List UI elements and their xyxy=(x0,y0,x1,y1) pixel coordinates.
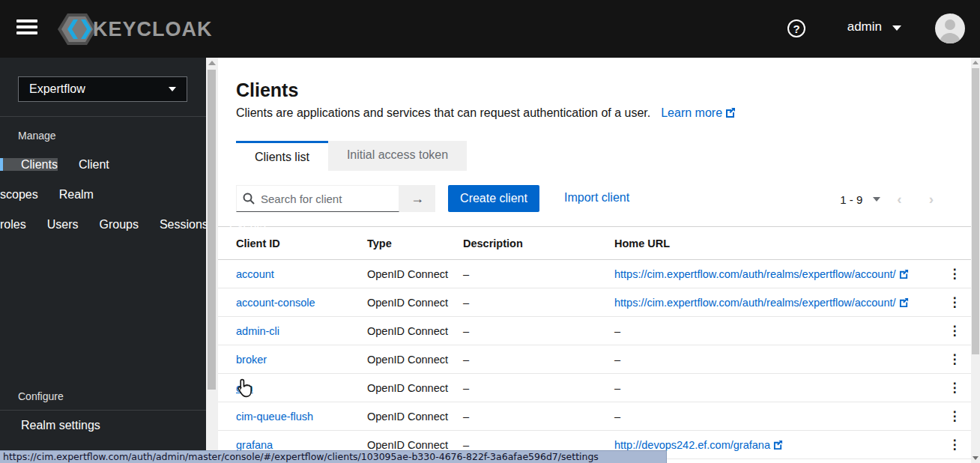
help-icon[interactable]: ? xyxy=(787,19,805,37)
chevron-down-icon xyxy=(892,25,901,31)
search-icon xyxy=(243,193,255,205)
table-row-account-console: account-consoleOpenID Connect–https://ci… xyxy=(218,288,971,317)
external-link-icon xyxy=(899,269,909,279)
pagination: 1 - 9 ‹ › xyxy=(840,191,944,208)
search-input[interactable] xyxy=(236,185,399,212)
tab-initial-access-token[interactable]: Initial access token xyxy=(328,141,467,171)
learn-more-link[interactable]: Learn more xyxy=(661,106,736,119)
home-url-link[interactable]: http://devops242.ef.com/grafana xyxy=(614,439,783,451)
client-id-link[interactable]: broker xyxy=(236,354,267,366)
home-url-empty: – xyxy=(614,411,938,423)
table-row-cim-queue-flush: cim-queue-flushOpenID Connect––⋮ xyxy=(218,402,971,431)
row-kebab-menu-icon[interactable]: ⋮ xyxy=(938,438,971,451)
client-description: – xyxy=(463,411,614,423)
pagination-next-button[interactable]: › xyxy=(919,191,944,208)
main-content: Clients Clients are applications and ser… xyxy=(218,58,971,463)
client-type: OpenID Connect xyxy=(367,439,463,451)
keycloak-logo: KEYCLOAK xyxy=(55,12,213,46)
row-kebab-menu-icon[interactable]: ⋮ xyxy=(938,410,971,423)
sidebar-item-sessions[interactable]: Sessions xyxy=(139,218,208,231)
table-row-account: accountOpenID Connect–https://cim.expert… xyxy=(218,260,971,288)
client-id-link[interactable]: admin-cli xyxy=(236,325,279,337)
client-type: OpenID Connect xyxy=(367,354,463,366)
client-id-link[interactable]: cim xyxy=(236,382,253,394)
chevron-down-icon xyxy=(169,87,176,91)
tab-clients-list[interactable]: Clients list xyxy=(236,141,328,171)
client-id-link[interactable]: grafana xyxy=(236,439,273,451)
client-description: – xyxy=(463,354,614,366)
home-url-empty: – xyxy=(614,325,938,337)
realm-selected-label: Expertflow xyxy=(29,82,85,96)
table-row-cim: cimOpenID Connect––⋮ xyxy=(218,374,971,402)
status-bar-url: https://cim.expertflow.com/auth/admin/ma… xyxy=(0,450,667,463)
nav-section-manage-label: Manage xyxy=(0,130,56,142)
realm-selector[interactable]: Expertflow xyxy=(18,76,187,102)
table-body: accountOpenID Connect–https://cim.expert… xyxy=(218,260,971,459)
page-description-text: Clients are applications and services th… xyxy=(236,106,650,119)
col-home-url: Home URL xyxy=(614,237,938,249)
home-url-link[interactable]: https://cim.expertflow.com/auth/realms/e… xyxy=(614,297,909,309)
client-type: OpenID Connect xyxy=(367,382,463,394)
nav-manage: ClientsClient scopesRealm rolesUsersGrou… xyxy=(0,150,206,240)
client-id-link[interactable]: account xyxy=(236,268,274,280)
scroll-up-icon[interactable] xyxy=(973,61,979,64)
col-description: Description xyxy=(463,237,614,249)
page-title: Clients xyxy=(236,79,298,101)
chevron-down-icon[interactable] xyxy=(873,197,880,202)
nav-configure: Realm settings xyxy=(0,411,206,441)
sidebar-item-realm-settings[interactable]: Realm settings xyxy=(0,419,100,432)
divider xyxy=(0,116,206,117)
table-header-row: Client ID Type Description Home URL xyxy=(218,226,971,260)
masthead: KEYCLOAK ? admin xyxy=(0,0,980,58)
import-client-link[interactable]: Import client xyxy=(564,191,629,205)
client-type: OpenID Connect xyxy=(367,297,463,309)
table-row-broker: brokerOpenID Connect––⋮ xyxy=(218,345,971,374)
sidebar-item-clients[interactable]: Clients xyxy=(0,158,58,171)
sidebar-scrollbar-thumb[interactable] xyxy=(208,70,216,390)
client-description: – xyxy=(463,268,614,280)
row-kebab-menu-icon[interactable]: ⋮ xyxy=(938,381,971,394)
pagination-prev-button[interactable]: ‹ xyxy=(886,191,912,208)
row-kebab-menu-icon[interactable]: ⋮ xyxy=(938,296,971,309)
home-url-empty: – xyxy=(614,382,938,394)
sidebar: Expertflow Manage ClientsClient scopesRe… xyxy=(0,58,206,463)
sidebar-scrollbar[interactable] xyxy=(206,58,218,463)
sidebar-item-users[interactable]: Users xyxy=(26,218,79,231)
scroll-up-icon[interactable] xyxy=(208,61,216,65)
table-row-admin-cli: admin-cliOpenID Connect––⋮ xyxy=(218,317,971,345)
page-scrollbar[interactable] xyxy=(971,58,980,463)
client-type: OpenID Connect xyxy=(367,325,463,337)
col-type: Type xyxy=(367,237,463,249)
pagination-range[interactable]: 1 - 9 xyxy=(840,193,862,206)
user-menu[interactable]: admin xyxy=(847,19,901,34)
col-client-id: Client ID xyxy=(236,237,367,249)
home-url-empty: – xyxy=(614,354,938,366)
page-description: Clients are applications and services th… xyxy=(236,106,736,120)
client-type: OpenID Connect xyxy=(367,411,463,423)
client-description: – xyxy=(463,382,614,394)
search-submit-button[interactable]: → xyxy=(399,185,435,212)
external-link-icon xyxy=(725,107,736,118)
external-link-icon xyxy=(773,440,783,450)
nav-section-configure-label: Configure xyxy=(0,390,64,402)
client-id-link[interactable]: account-console xyxy=(236,297,315,309)
external-link-icon xyxy=(899,297,909,307)
tabs: Clients list Initial access token xyxy=(236,141,467,171)
scroll-down-icon[interactable] xyxy=(973,456,979,460)
home-url-link[interactable]: https://cim.expertflow.com/auth/realms/e… xyxy=(614,268,909,280)
sidebar-item-groups[interactable]: Groups xyxy=(78,218,138,231)
client-id-link[interactable]: cim-queue-flush xyxy=(236,411,313,423)
search-group: → xyxy=(236,185,435,212)
row-kebab-menu-icon[interactable]: ⋮ xyxy=(938,353,971,366)
row-kebab-menu-icon[interactable]: ⋮ xyxy=(938,267,971,280)
brand-name: KEYCLOAK xyxy=(93,18,213,41)
client-description: – xyxy=(463,297,614,309)
client-description: – xyxy=(463,439,614,451)
hamburger-menu-icon[interactable] xyxy=(16,19,37,37)
create-client-button[interactable]: Create client xyxy=(448,185,539,212)
row-kebab-menu-icon[interactable]: ⋮ xyxy=(938,324,971,337)
toolbar: → Create client Import client 1 - 9 ‹ › xyxy=(236,185,955,212)
page-scrollbar-thumb[interactable] xyxy=(972,68,979,354)
client-description: – xyxy=(463,325,614,337)
avatar[interactable] xyxy=(935,13,965,43)
